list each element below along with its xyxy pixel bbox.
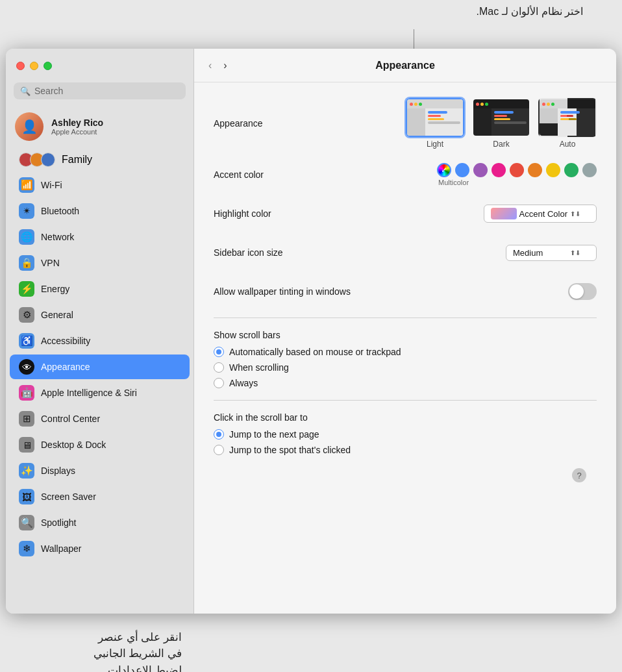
sidebar-item-accessibility[interactable]: ♿ Accessibility bbox=[10, 329, 190, 353]
sidebar-item-bluetooth[interactable]: ✴ Bluetooth bbox=[10, 199, 190, 223]
sidebar-item-apple-intelligence[interactable]: 🤖 Apple Intelligence & Siri bbox=[10, 380, 190, 405]
accent-dot-red[interactable] bbox=[510, 163, 524, 177]
sidebar-item-appearance[interactable]: 👁 Appearance bbox=[10, 355, 190, 379]
highlight-color-row: Highlight color Accent Color ⬆⬇ bbox=[214, 201, 597, 227]
minimize-button[interactable] bbox=[30, 62, 38, 70]
network-icon: 🌐 bbox=[19, 229, 34, 245]
lp-dot-green bbox=[419, 103, 422, 106]
click-clicked-spot[interactable]: Jump to the spot that's clicked bbox=[214, 445, 597, 455]
general-icon: ⚙ bbox=[19, 307, 34, 323]
wallpaper-tinting-toggle[interactable] bbox=[568, 283, 597, 300]
ap-bar-2 bbox=[560, 115, 573, 117]
sidebar-item-screen-saver[interactable]: 🖼 Screen Saver bbox=[10, 484, 190, 509]
theme-dark[interactable]: Dark bbox=[472, 98, 530, 149]
desktop-dock-icon: 🖥 bbox=[19, 437, 34, 453]
dp-dot-yellow bbox=[480, 103, 484, 106]
apple-intelligence-icon: 🤖 bbox=[19, 385, 34, 401]
scroll-always[interactable]: Always bbox=[214, 378, 597, 388]
dp-main bbox=[491, 108, 529, 137]
sidebar-item-label-bluetooth: Bluetooth bbox=[41, 206, 79, 216]
ap-bar-1 bbox=[560, 111, 580, 114]
close-button[interactable] bbox=[16, 62, 25, 70]
sidebar-icon-size-row: Sidebar icon size Medium ⬆⬇ bbox=[214, 240, 597, 266]
page-title: Appearance bbox=[375, 60, 435, 71]
dp-sidebar bbox=[473, 108, 491, 137]
click-clicked-spot-radio bbox=[214, 445, 224, 455]
sidebar-item-general[interactable]: ⚙ General bbox=[10, 303, 190, 327]
dp-dot-green bbox=[485, 103, 488, 106]
scroll-auto[interactable]: Automatically based on mouse or trackpad bbox=[214, 347, 597, 357]
family-label: Family bbox=[62, 154, 92, 166]
sidebar-item-control-center[interactable]: ⊞ Control Center bbox=[10, 406, 190, 431]
user-name: Ashley Rico bbox=[51, 118, 103, 128]
accent-dot-graphite[interactable] bbox=[582, 163, 597, 177]
main-titlebar: ‹ › Appearance bbox=[194, 49, 616, 82]
user-profile[interactable]: 👤 Ashley Rico Apple Account bbox=[6, 106, 193, 147]
scroll-bars-section: Show scroll bars Automatically based on … bbox=[214, 330, 597, 388]
family-avatars bbox=[19, 153, 55, 167]
sidebar-item-wifi[interactable]: 📶 Wi-Fi bbox=[10, 173, 190, 197]
help-button[interactable]: ? bbox=[572, 468, 586, 482]
sidebar-item-network[interactable]: 🌐 Network bbox=[10, 225, 190, 249]
sidebar-item-label-wallpaper: Wallpaper bbox=[41, 543, 82, 554]
sidebar-item-displays[interactable]: ✨ Displays bbox=[10, 458, 190, 483]
maximize-button[interactable] bbox=[44, 62, 52, 70]
accent-multicolor[interactable] bbox=[437, 163, 451, 177]
accent-dot-pink[interactable] bbox=[491, 163, 506, 177]
highlight-swatch bbox=[491, 208, 517, 219]
accent-colors bbox=[437, 163, 597, 177]
sidebar-icon-arrows: ⬆⬇ bbox=[570, 249, 580, 256]
back-arrow[interactable]: ‹ bbox=[205, 58, 216, 73]
bluetooth-icon: ✴ bbox=[19, 203, 34, 219]
scroll-when-scrolling[interactable]: When scrolling bbox=[214, 362, 597, 373]
theme-options: Light bbox=[406, 98, 597, 149]
sidebar-item-wallpaper[interactable]: ❄ Wallpaper bbox=[10, 536, 190, 561]
accent-dot-yellow[interactable] bbox=[546, 163, 560, 177]
accent-dot-blue[interactable] bbox=[455, 163, 469, 177]
sidebar-item-vpn[interactable]: 🔒 VPN bbox=[10, 251, 190, 275]
sidebar-item-energy[interactable]: ⚡ Energy bbox=[10, 277, 190, 301]
sidebar-item-desktop-dock[interactable]: 🖥 Desktop & Dock bbox=[10, 432, 190, 457]
scroll-radio-group: Automatically based on mouse or trackpad… bbox=[214, 347, 597, 388]
vpn-icon: 🔒 bbox=[19, 255, 34, 271]
scroll-always-radio bbox=[214, 378, 224, 388]
wallpaper-tinting-row: Allow wallpaper tinting in windows bbox=[214, 279, 597, 305]
click-scroll-section: Click in the scroll bar to Jump to the n… bbox=[214, 412, 597, 455]
avatar: 👤 bbox=[15, 112, 44, 141]
accent-dot-orange[interactable] bbox=[528, 163, 542, 177]
sidebar-item-label-control-center: Control Center bbox=[41, 414, 100, 424]
lp-bar-1 bbox=[428, 111, 447, 114]
accent-dot-purple[interactable] bbox=[473, 163, 488, 177]
sidebar-item-family[interactable]: Family bbox=[10, 148, 190, 171]
search-bar[interactable]: 🔍 Search bbox=[14, 82, 186, 99]
sidebar-icon-size-label: Sidebar icon size bbox=[214, 247, 317, 258]
search-icon: 🔍 bbox=[20, 86, 31, 96]
sidebar-icon-size-select[interactable]: Medium ⬆⬇ bbox=[506, 245, 597, 261]
callout-bottom-text: انقر على أي عنصر في الشريط الجانبي لضبط … bbox=[6, 629, 182, 673]
theme-auto[interactable]: Auto bbox=[538, 98, 597, 149]
accent-dot-green[interactable] bbox=[564, 163, 578, 177]
click-radio-group: Jump to the next page Jump to the spot t… bbox=[214, 429, 597, 455]
appearance-setting-row: Appearance bbox=[214, 98, 597, 149]
ap-bar-3 bbox=[560, 118, 577, 120]
accent-color-group: Multicolor bbox=[437, 163, 597, 186]
screen-saver-icon: 🖼 bbox=[19, 489, 34, 504]
click-next-page[interactable]: Jump to the next page bbox=[214, 429, 597, 440]
sidebar-item-label-general: General bbox=[41, 310, 73, 320]
sidebar-item-spotlight[interactable]: 🔍 Spotlight bbox=[10, 510, 190, 535]
callout-bottom-line2: في الشريط الجانبي bbox=[6, 645, 182, 662]
sidebar-item-label-accessibility: Accessibility bbox=[41, 336, 90, 346]
forward-arrow[interactable]: › bbox=[219, 58, 230, 73]
theme-light[interactable]: Light bbox=[406, 98, 464, 149]
sidebar-item-label-apple-intelligence: Apple Intelligence & Siri bbox=[41, 388, 137, 398]
appearance-label: Appearance bbox=[214, 118, 317, 129]
highlight-color-select[interactable]: Accent Color ⬆⬇ bbox=[484, 205, 597, 223]
scroll-auto-label: Automatically based on mouse or trackpad bbox=[229, 347, 401, 357]
dp-bar-3 bbox=[494, 118, 510, 120]
main-window: 🔍 Search 👤 Ashley Rico Apple Account Fam… bbox=[6, 49, 616, 614]
auto-label: Auto bbox=[560, 140, 576, 149]
toggle-knob bbox=[569, 284, 584, 299]
highlight-arrows: ⬆⬇ bbox=[570, 210, 580, 218]
callout-bottom-line3: لضبط الإعدادات. bbox=[6, 662, 182, 673]
click-scroll-label: Click in the scroll bar to bbox=[214, 412, 597, 423]
